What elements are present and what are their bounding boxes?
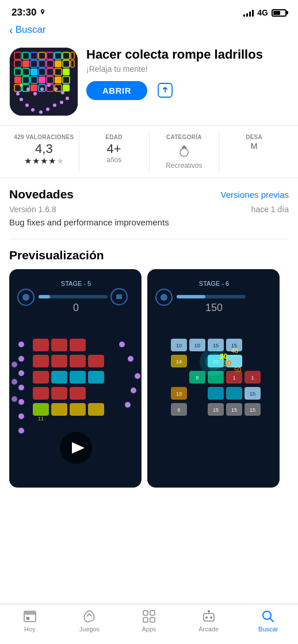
svg-point-88 bbox=[18, 370, 24, 376]
developer-label: DESA bbox=[246, 134, 262, 140]
svg-rect-19 bbox=[30, 68, 37, 75]
preview-title: Previsualización bbox=[9, 248, 289, 262]
screenshot-2-art: STAGE - 6 150 10 10 15 15 14 bbox=[148, 270, 280, 488]
svg-point-98 bbox=[135, 373, 140, 379]
svg-text:14: 14 bbox=[176, 359, 182, 365]
svg-rect-76 bbox=[70, 371, 86, 384]
svg-point-41 bbox=[46, 108, 49, 111]
svg-rect-14 bbox=[55, 60, 62, 67]
svg-point-106 bbox=[161, 294, 167, 301]
svg-text:STAGE - 6: STAGE - 6 bbox=[199, 280, 229, 287]
svg-rect-108 bbox=[177, 295, 205, 298]
svg-rect-82 bbox=[51, 403, 67, 416]
signal-bar-2 bbox=[246, 13, 248, 17]
svg-line-163 bbox=[270, 619, 274, 622]
svg-text:15: 15 bbox=[231, 407, 237, 413]
nav-label-juegos: Juegos bbox=[79, 626, 100, 632]
buscar-icon bbox=[261, 609, 276, 624]
preview-screenshot-2: STAGE - 6 150 10 10 15 15 14 bbox=[147, 269, 280, 488]
category-name: Recreativos bbox=[166, 162, 202, 170]
svg-point-91 bbox=[18, 413, 24, 419]
juegos-icon bbox=[82, 609, 97, 624]
battery-icon bbox=[272, 9, 286, 17]
svg-rect-23 bbox=[63, 68, 70, 75]
svg-rect-75 bbox=[51, 371, 67, 384]
nav-item-hoy[interactable]: Hoy bbox=[13, 609, 47, 632]
svg-point-40 bbox=[53, 103, 56, 107]
svg-text:10: 10 bbox=[176, 343, 182, 348]
ratings-row: 429 VALORACIONES 4,3 ★ ★ ★ ★ ★ EDAD 4+ a… bbox=[0, 125, 298, 178]
navigation-header: ‹ Buscar bbox=[0, 22, 298, 40]
star-4: ★ bbox=[48, 156, 56, 166]
nav-item-apps[interactable]: Apps bbox=[132, 609, 166, 632]
svg-rect-156 bbox=[150, 618, 155, 622]
share-icon bbox=[158, 83, 173, 98]
svg-point-44 bbox=[25, 103, 29, 107]
svg-point-92 bbox=[18, 428, 24, 434]
age-label: EDAD bbox=[105, 134, 123, 140]
svg-rect-81 bbox=[33, 403, 49, 416]
svg-point-43 bbox=[31, 108, 35, 112]
svg-rect-154 bbox=[150, 611, 155, 615]
nav-item-buscar[interactable]: Buscar bbox=[251, 609, 285, 632]
age-value: 4+ bbox=[107, 142, 121, 156]
svg-point-95 bbox=[12, 396, 17, 402]
svg-rect-53 bbox=[63, 85, 70, 91]
nav-item-arcade[interactable]: Arcade bbox=[192, 609, 226, 632]
network-type: 4G bbox=[257, 8, 268, 17]
back-chevron-icon: ‹ bbox=[9, 24, 13, 36]
novedades-title: Novedades bbox=[9, 187, 74, 201]
nav-label-buscar: Buscar bbox=[258, 626, 278, 632]
svg-point-159 bbox=[208, 610, 210, 612]
svg-text:15: 15 bbox=[250, 391, 255, 397]
status-bar: 23:30 4G bbox=[0, 0, 298, 22]
versiones-previas-link[interactable]: Versiones previas bbox=[221, 190, 289, 200]
version-date: hace 1 día bbox=[251, 205, 289, 214]
svg-rect-78 bbox=[33, 387, 49, 400]
svg-rect-68 bbox=[51, 339, 67, 351]
rating-category: CATEGORÍA Recreativos bbox=[150, 132, 220, 172]
svg-point-94 bbox=[12, 379, 17, 385]
svg-point-86 bbox=[18, 342, 24, 347]
svg-rect-71 bbox=[51, 355, 67, 367]
back-button[interactable]: ‹ Buscar bbox=[9, 24, 289, 36]
svg-rect-151 bbox=[24, 611, 36, 615]
svg-point-89 bbox=[18, 385, 24, 390]
svg-point-90 bbox=[18, 399, 24, 405]
svg-point-55 bbox=[180, 148, 188, 156]
nav-label-hoy: Hoy bbox=[24, 626, 36, 632]
svg-rect-69 bbox=[70, 339, 86, 351]
share-button[interactable] bbox=[155, 80, 175, 100]
svg-point-100 bbox=[125, 402, 131, 408]
svg-text:11: 11 bbox=[38, 416, 44, 421]
svg-point-61 bbox=[22, 294, 29, 301]
svg-rect-29 bbox=[55, 76, 62, 83]
status-right: 4G bbox=[243, 8, 286, 17]
svg-rect-157 bbox=[204, 614, 214, 621]
star-3: ★ bbox=[40, 156, 48, 166]
preview-section: Previsualización STAGE - 5 0 bbox=[0, 239, 298, 488]
bottom-navigation: Hoy Juegos Apps Arcade Buscar bbox=[0, 604, 298, 644]
version-row: Versión 1.6.8 hace 1 día bbox=[9, 205, 289, 214]
star-1: ★ bbox=[24, 156, 32, 166]
svg-rect-63 bbox=[39, 295, 50, 298]
svg-text:1: 1 bbox=[232, 375, 235, 381]
app-subtitle: ¡Relaja tu mente! bbox=[86, 64, 289, 74]
developer-initial: M bbox=[251, 142, 258, 151]
category-label: CATEGORÍA bbox=[166, 134, 202, 140]
svg-point-45 bbox=[20, 98, 23, 101]
rating-developer: DESA M bbox=[219, 132, 289, 172]
rating-count-label: 429 VALORACIONES bbox=[14, 134, 74, 140]
bottom-spacer bbox=[0, 488, 298, 545]
category-icon bbox=[176, 142, 192, 162]
open-button[interactable]: ABRIR bbox=[86, 81, 147, 100]
rating-age: EDAD 4+ años bbox=[79, 132, 150, 172]
svg-point-46 bbox=[16, 92, 20, 95]
nav-label-apps: Apps bbox=[142, 626, 156, 632]
svg-point-34 bbox=[40, 87, 44, 91]
hoy-icon bbox=[22, 609, 37, 624]
nav-item-juegos[interactable]: Juegos bbox=[72, 609, 106, 632]
svg-rect-155 bbox=[143, 618, 148, 622]
svg-rect-65 bbox=[116, 294, 122, 299]
svg-point-33 bbox=[33, 92, 37, 95]
